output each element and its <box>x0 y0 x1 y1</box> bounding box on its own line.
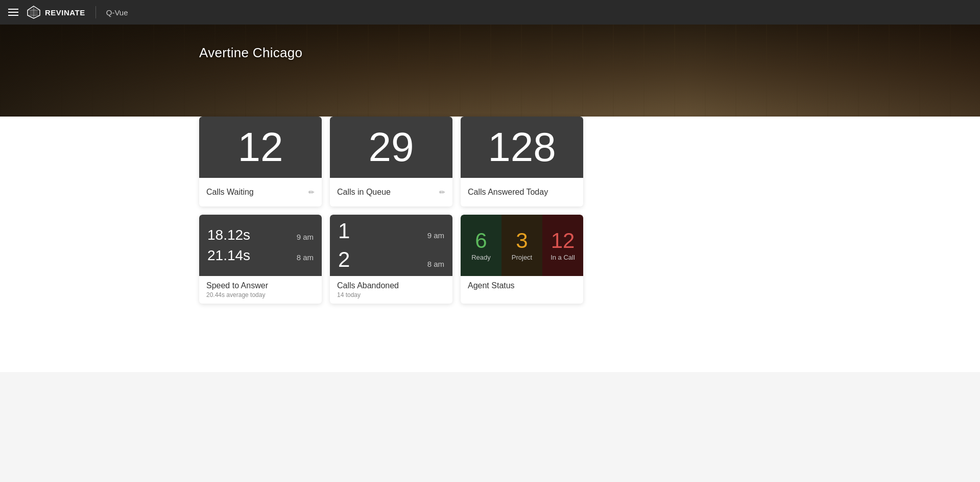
speed-subtitle: 20.44s average today <box>206 291 315 299</box>
calls-abandoned-card: 1 9 am 2 8 am Calls Abandoned 14 today <box>330 215 452 304</box>
abandoned-row-2: 2 8 am <box>338 247 444 272</box>
calls-queue-label-section: Calls in Queue ✏ <box>330 178 452 206</box>
calls-queue-label: Calls in Queue <box>337 188 391 197</box>
speed-row-1: 18.12s 9 am <box>207 227 314 243</box>
agent-ready-panel: 6 Ready <box>461 215 501 276</box>
speed-row-2: 21.14s 8 am <box>207 247 314 264</box>
abandoned-time-2: 8 am <box>427 260 444 268</box>
calls-waiting-edit-icon[interactable]: ✏ <box>308 188 315 196</box>
speed-value-2: 21.14s <box>207 247 250 264</box>
calls-waiting-card: 12 Calls Waiting ✏ <box>199 117 322 206</box>
agent-ready-label: Ready <box>471 254 491 261</box>
abandoned-label-section: Calls Abandoned 14 today <box>330 276 452 304</box>
calls-queue-number-section: 29 <box>330 117 452 178</box>
cards-grid: 12 Calls Waiting ✏ 29 Calls in Queue ✏ 1… <box>199 117 781 304</box>
hotel-name: Avertine Chicago <box>199 45 980 61</box>
agent-call-number: 12 <box>551 230 575 251</box>
abandoned-value-2: 2 <box>338 247 350 272</box>
calls-queue-number: 29 <box>369 127 414 168</box>
calls-abandoned-section: 1 9 am 2 8 am <box>330 215 452 276</box>
revinate-logo-icon <box>27 5 41 19</box>
calls-waiting-number: 12 <box>238 127 283 168</box>
agent-ready-number: 6 <box>475 230 487 251</box>
calls-queue-edit-icon[interactable]: ✏ <box>439 188 445 196</box>
speed-time-2: 8 am <box>297 253 314 262</box>
brand-logo: REVINATE <box>27 5 85 19</box>
calls-answered-card: 128 Calls Answered Today <box>461 117 583 206</box>
main-content: 12 Calls Waiting ✏ 29 Calls in Queue ✏ 1… <box>0 117 980 372</box>
speed-label-section: Speed to Answer 20.44s average today <box>199 276 322 304</box>
app-name: Q-Vue <box>106 8 128 17</box>
speed-title: Speed to Answer <box>206 281 315 290</box>
hamburger-button[interactable] <box>8 9 18 16</box>
abandoned-subtitle: 14 today <box>337 291 445 299</box>
calls-answered-number-section: 128 <box>461 117 583 178</box>
brand-name: REVINATE <box>45 8 85 17</box>
nav-divider <box>95 6 96 18</box>
agent-label-section: Agent Status <box>461 276 583 295</box>
calls-waiting-label: Calls Waiting <box>206 188 254 197</box>
agent-project-number: 3 <box>516 230 528 251</box>
agent-title: Agent Status <box>468 281 576 290</box>
calls-waiting-label-section: Calls Waiting ✏ <box>199 178 322 206</box>
agent-project-panel: 3 Project <box>501 215 542 276</box>
abandoned-row-1: 1 9 am <box>338 219 444 243</box>
abandoned-time-1: 9 am <box>427 231 444 240</box>
agent-status-section: 6 Ready 3 Project 12 In a Call <box>461 215 583 276</box>
calls-answered-number: 128 <box>488 127 556 168</box>
abandoned-value-1: 1 <box>338 219 350 243</box>
agent-status-card: 6 Ready 3 Project 12 In a Call Agent Sta… <box>461 215 583 304</box>
agent-call-label: In a Call <box>551 254 575 261</box>
calls-answered-label-section: Calls Answered Today <box>461 178 583 206</box>
speed-value-1: 18.12s <box>207 227 250 243</box>
navbar: REVINATE Q-Vue <box>0 0 980 25</box>
calls-answered-label: Calls Answered Today <box>468 188 548 197</box>
speed-time-1: 9 am <box>297 233 314 241</box>
agent-project-label: Project <box>512 254 532 261</box>
calls-waiting-number-section: 12 <box>199 117 322 178</box>
hero-content: Avertine Chicago <box>0 25 980 61</box>
calls-queue-card: 29 Calls in Queue ✏ <box>330 117 452 206</box>
speed-to-answer-card: 18.12s 9 am 21.14s 8 am Speed to Answer … <box>199 215 322 304</box>
agent-call-panel: 12 In a Call <box>542 215 583 276</box>
abandoned-title: Calls Abandoned <box>337 281 445 290</box>
speed-to-answer-section: 18.12s 9 am 21.14s 8 am <box>199 215 322 276</box>
